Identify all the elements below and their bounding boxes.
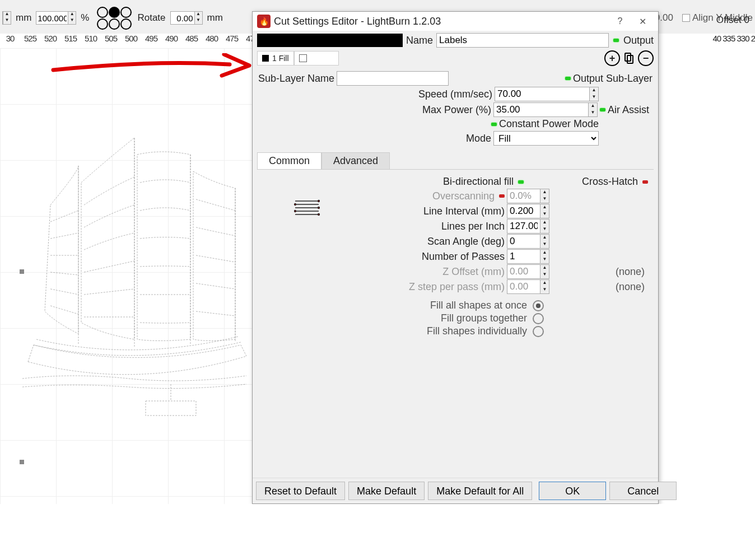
overscan-input[interactable]: [507, 189, 540, 203]
name-field-label: Name: [405, 35, 434, 46]
svg-point-14: [295, 204, 296, 206]
rotate-label: Rotate: [137, 12, 165, 24]
ok-button[interactable]: OK: [539, 482, 606, 500]
offset-label: Offset 0: [716, 15, 749, 26]
dialog-title: Cut Settings Editor - LightBurn 1.2.03: [274, 16, 609, 27]
output-led-icon[interactable]: [613, 39, 619, 42]
ship-drawing[interactable]: [17, 121, 252, 435]
cut-settings-dialog: 🔥 Cut Settings Editor - LightBurn 1.2.03…: [252, 11, 659, 504]
svg-rect-4: [146, 401, 196, 416]
zoffset-none-label: (none): [549, 266, 650, 278]
duplicate-sublayer-button[interactable]: [621, 50, 637, 66]
sublayer-name-input[interactable]: [337, 71, 449, 86]
crosshatch-led-icon[interactable]: [642, 180, 648, 184]
svg-point-16: [295, 211, 296, 212]
sublayer-name-label: Sub-Layer Name: [258, 73, 337, 85]
overscan-label: Overscanning: [432, 190, 497, 202]
lpi-input[interactable]: [507, 219, 540, 234]
tab-common[interactable]: Common: [257, 152, 321, 170]
output-sublayer-label: Output Sub-Layer: [573, 73, 653, 85]
ruler-right-fragment: 40 335 330 2: [712, 34, 755, 43]
origin-selector[interactable]: [97, 7, 132, 30]
svg-point-15: [318, 207, 320, 209]
passes-input[interactable]: [507, 249, 540, 264]
tab-advanced[interactable]: Advanced: [321, 152, 390, 170]
constant-power-label: Constant Power Mode: [499, 118, 599, 130]
reset-to-default-button[interactable]: Reset to Default: [256, 482, 345, 500]
rotate-unit: mm: [207, 12, 223, 24]
bidirectional-led-icon[interactable]: [518, 180, 524, 184]
selection-handle[interactable]: [20, 460, 24, 464]
layer-name-input[interactable]: [436, 33, 609, 48]
speed-label: Speed (mm/sec): [418, 88, 495, 100]
layer-color-swatch[interactable]: [257, 34, 403, 47]
max-power-input[interactable]: [493, 102, 589, 117]
crosshatch-label: Cross-Hatch: [582, 176, 640, 188]
dialog-footer: Reset to Default Make Default Make Defau…: [253, 478, 658, 503]
fill-groups-label: Fill groups together: [441, 312, 527, 324]
svg-point-13: [318, 200, 320, 202]
make-default-button[interactable]: Make Default: [348, 482, 425, 500]
output-sublayer-led-icon[interactable]: [565, 77, 571, 80]
constant-power-led-icon[interactable]: [491, 123, 497, 126]
add-sublayer-button[interactable]: +: [604, 50, 620, 66]
fill-individual-radio[interactable]: [533, 326, 544, 337]
cancel-button[interactable]: Cancel: [609, 482, 677, 500]
make-default-for-all-button[interactable]: Make Default for All: [428, 482, 532, 500]
unit-spinner[interactable]: ▲▼: [2, 11, 11, 25]
overscan-led-icon[interactable]: [499, 194, 505, 198]
lpi-label: Lines per Inch: [441, 221, 507, 232]
air-assist-label: Air Assist: [608, 104, 653, 116]
line-interval-label: Line Interval (mm): [423, 206, 507, 217]
zstep-label: Z step per pass (mm): [409, 281, 507, 293]
scan-angle-input[interactable]: [507, 234, 540, 249]
fill-groups-radio[interactable]: [533, 313, 544, 324]
rotate-spinner[interactable]: ▲▼: [170, 11, 203, 25]
line-interval-input[interactable]: [507, 204, 540, 218]
sublayer-tab-2[interactable]: [294, 51, 339, 66]
output-checkbox-label: Output: [623, 35, 654, 46]
percent-label: %: [81, 12, 89, 24]
passes-label: Number of Passes: [422, 251, 507, 263]
percent-spinner[interactable]: ▲▼: [36, 11, 76, 25]
remove-sublayer-button[interactable]: −: [638, 50, 654, 66]
fill-all-label: Fill all shapes at once: [430, 300, 527, 311]
zoffset-input[interactable]: [507, 264, 540, 279]
selection-handle[interactable]: [20, 269, 24, 274]
fill-individual-label: Fill shapes individually: [427, 325, 527, 337]
fill-all-radio[interactable]: [533, 300, 544, 311]
mode-select[interactable]: Fill: [493, 131, 599, 146]
air-assist-led-icon[interactable]: [600, 108, 605, 111]
bottom-whitespace: [0, 504, 755, 560]
zstep-none-label: (none): [549, 281, 650, 293]
dialog-titlebar[interactable]: 🔥 Cut Settings Editor - LightBurn 1.2.03…: [253, 12, 658, 31]
mode-label: Mode: [466, 133, 493, 144]
max-power-label: Max Power (%): [422, 104, 493, 116]
design-canvas[interactable]: [0, 48, 252, 560]
fill-pattern-icon: [294, 199, 328, 338]
speed-input[interactable]: [495, 87, 590, 101]
close-button[interactable]: ✕: [631, 16, 654, 27]
app-icon: 🔥: [257, 15, 271, 28]
bidirectional-label: Bi-directional fill: [443, 176, 516, 188]
unit-mm-label: mm: [16, 12, 31, 24]
zoffset-label: Z Offset (mm): [442, 266, 507, 278]
help-button[interactable]: ?: [609, 16, 631, 26]
zstep-input[interactable]: [507, 279, 540, 294]
scan-angle-label: Scan Angle (deg): [427, 236, 507, 248]
sublayer-tab-1[interactable]: 1 Fill: [257, 51, 294, 66]
svg-point-17: [318, 214, 320, 216]
